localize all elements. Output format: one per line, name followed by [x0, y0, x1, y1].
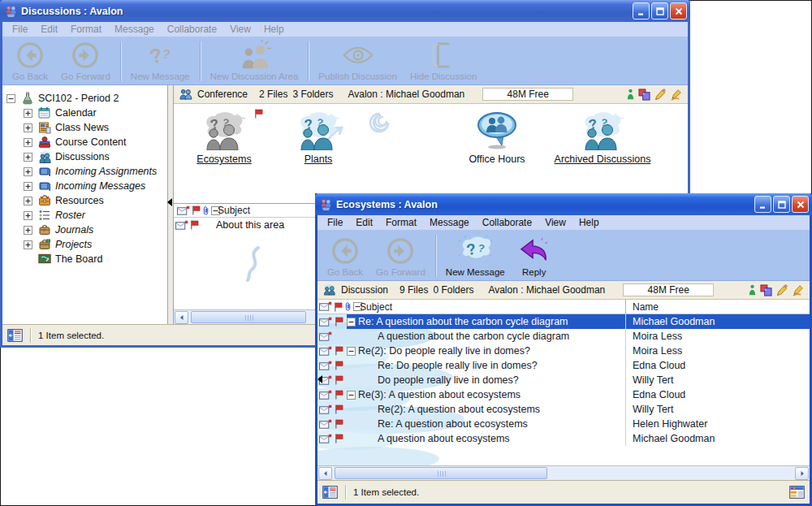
presence-icon[interactable]	[749, 284, 756, 296]
scrollbar-thumb[interactable]	[335, 467, 547, 479]
toolbar-go-forward[interactable]: Go Forward	[369, 232, 432, 279]
plus-expander-icon[interactable]	[24, 167, 32, 176]
message-row[interactable]: Re: A question about ecosystemsHelen Hig…	[317, 417, 810, 431]
envelope-icon	[319, 331, 332, 342]
menu-format[interactable]: Format	[64, 24, 108, 35]
menu-help[interactable]: Help	[572, 217, 606, 228]
plus-expander-icon[interactable]	[24, 138, 32, 147]
tree-splitter[interactable]	[168, 85, 174, 324]
toolbar: Go BackGo Forward??New MessageNew Discus…	[2, 37, 688, 85]
files-count: 9 Files	[400, 284, 428, 296]
scroll-left-button[interactable]	[318, 467, 332, 480]
collapse-minus-icon[interactable]	[347, 347, 356, 356]
collapse-minus-icon[interactable]	[347, 318, 356, 327]
plus-expander-icon[interactable]	[24, 226, 32, 235]
toolbar-reply[interactable]: Reply	[512, 232, 557, 279]
menu-collaborate[interactable]: Collaborate	[161, 24, 223, 35]
titlebar-discussions[interactable]: Discussions : Avalon	[0, 0, 690, 22]
plus-expander-icon[interactable]	[24, 109, 32, 118]
tree-item-sci102-period-2[interactable]: SCI102 - Period 2	[2, 91, 167, 106]
menu-message[interactable]: Message	[108, 24, 161, 35]
message-row[interactable]: A question about the carbon cycle diagra…	[317, 329, 810, 344]
menu-edit[interactable]: Edit	[34, 24, 64, 35]
panel-toggle-icon[interactable]	[322, 486, 338, 499]
minus-expander-icon[interactable]	[6, 94, 15, 103]
toolbar-hide-discussion[interactable]: Hide Discussion	[404, 39, 483, 84]
toolbar-new-discussion-area[interactable]: New Discussion Area	[204, 39, 305, 84]
tree-item-discussions[interactable]: Discussions	[2, 149, 167, 164]
tree-item-course-content[interactable]: Course Content	[2, 135, 167, 149]
name-column-header[interactable]: Name	[625, 300, 810, 314]
collapse-pane-arrow[interactable]	[167, 198, 172, 206]
menu-view[interactable]: View	[538, 217, 572, 228]
message-row[interactable]: Re(3): A question about ecosystemsEdna C…	[317, 387, 810, 402]
tree-item-the-board[interactable]: The Board	[2, 252, 167, 266]
conference-item-office-hours[interactable]: Office Hours	[448, 110, 546, 165]
close-button[interactable]	[670, 2, 687, 19]
pencil-icon[interactable]	[654, 89, 667, 101]
message-subject: Re: A question about the carbon cycle di…	[358, 316, 568, 327]
toolbar-go-back[interactable]: Go Back	[321, 232, 369, 279]
titlebar-ecosystems[interactable]: Ecosystems : Avalon	[315, 193, 812, 215]
scroll-left-button[interactable]	[175, 311, 188, 324]
pencil-icon[interactable]	[776, 284, 788, 296]
tree-item-incoming-assignments[interactable]: Incoming Assignments	[2, 164, 167, 179]
tree-item-class-news[interactable]: Class News	[2, 120, 167, 135]
message-row[interactable]: A question about ecosystemsMichael Goodm…	[317, 431, 810, 446]
tree-item-projects[interactable]: Projects	[2, 237, 167, 252]
menu-message[interactable]: Message	[423, 217, 476, 228]
tree-item-calendar[interactable]: Calendar	[2, 106, 167, 120]
menu-collaborate[interactable]: Collaborate	[476, 217, 538, 228]
pages-icon[interactable]	[638, 89, 650, 101]
message-row[interactable]: Do people really live in domes?Willy Ter…	[317, 373, 810, 387]
menu-file[interactable]: File	[6, 24, 34, 35]
message-row[interactable]: Re: A question about the carbon cycle di…	[317, 314, 810, 329]
close-button[interactable]	[792, 196, 809, 213]
grid-view-icon[interactable]	[789, 486, 805, 499]
scroll-right-button[interactable]	[795, 467, 809, 480]
collapse-minus-icon[interactable]	[347, 391, 356, 400]
signature-pencil-icon[interactable]	[671, 89, 683, 101]
conference-item-archived-discussions[interactable]: ??Archived Discussions	[541, 110, 664, 165]
scrollbar-thumb[interactable]	[191, 311, 306, 323]
message-row[interactable]: Re(2): A question about ecosystemsWilly …	[317, 402, 810, 417]
plus-expander-icon[interactable]	[24, 123, 32, 132]
conference-item-plants[interactable]: ??Plants	[278, 110, 359, 165]
menu-format[interactable]: Format	[379, 217, 423, 228]
pages-icon[interactable]	[760, 284, 772, 296]
maximize-button[interactable]	[773, 196, 790, 213]
toolbar-publish-discussion[interactable]: Publish Discussion	[312, 39, 404, 84]
message-subject: Re(3): A question about ecosystems	[358, 389, 520, 400]
menu-edit[interactable]: Edit	[349, 217, 379, 228]
conference-item-ecosystems[interactable]: ??Ecosystems	[177, 110, 271, 165]
tree-item-roster[interactable]: Roster	[2, 208, 167, 223]
toolbar-go-back[interactable]: Go Back	[6, 39, 54, 84]
window-title: Ecosystems : Avalon	[336, 199, 750, 210]
minimize-button[interactable]	[633, 2, 650, 19]
presence-icon[interactable]	[627, 89, 634, 100]
toolbar-new-message[interactable]: ??New Message	[439, 232, 512, 279]
collapse-pane-arrow[interactable]	[317, 375, 322, 383]
plus-expander-icon[interactable]	[24, 197, 32, 205]
scrollbar-track[interactable]	[333, 467, 794, 480]
message-row[interactable]: Re: Do people really live in domes?Edna …	[317, 358, 810, 373]
tree-item-journals[interactable]: Journals	[2, 223, 167, 237]
menu-help[interactable]: Help	[257, 24, 291, 35]
signature-pencil-icon[interactable]	[793, 284, 805, 296]
maximize-button[interactable]	[651, 2, 668, 19]
panel-toggle-icon[interactable]	[7, 329, 23, 342]
toolbar-go-forward[interactable]: Go Forward	[54, 39, 117, 84]
menu-view[interactable]: View	[223, 24, 257, 35]
menu-file[interactable]: File	[321, 217, 349, 228]
plus-expander-icon[interactable]	[24, 153, 32, 162]
minimize-button[interactable]	[754, 196, 771, 213]
tree-item-resources[interactable]: Resources	[2, 193, 167, 208]
tree-item-incoming-messages[interactable]: Incoming Messages	[2, 179, 167, 193]
plus-expander-icon[interactable]	[24, 211, 32, 220]
subject-column-header[interactable]: Subject	[360, 301, 625, 313]
envelope-icon	[177, 205, 190, 216]
plus-expander-icon[interactable]	[24, 240, 32, 249]
plus-expander-icon[interactable]	[24, 182, 32, 191]
message-row[interactable]: Re(2): Do people really live in domes?Mo…	[317, 344, 810, 358]
toolbar-new-message[interactable]: ??New Message	[124, 39, 197, 84]
